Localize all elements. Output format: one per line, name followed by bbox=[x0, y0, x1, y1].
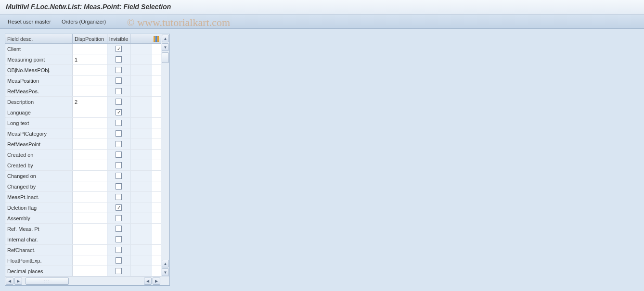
vscroll-track[interactable] bbox=[161, 51, 169, 259]
invisible-checkbox[interactable] bbox=[116, 109, 122, 115]
invisible-checkbox[interactable] bbox=[116, 236, 122, 242]
scroll-left-right-button[interactable]: ◀ bbox=[144, 278, 152, 285]
cell-field-desc[interactable]: Assembly bbox=[5, 213, 73, 223]
scroll-down-button[interactable]: ▼ bbox=[162, 43, 169, 51]
cell-field-desc[interactable]: Decimal places bbox=[5, 266, 73, 276]
invisible-checkbox[interactable] bbox=[116, 77, 122, 84]
disp-position-input[interactable] bbox=[75, 89, 105, 94]
orders-organizer-button[interactable]: Orders (Organizer) bbox=[60, 18, 108, 25]
disp-position-input[interactable] bbox=[75, 247, 105, 253]
invisible-checkbox[interactable] bbox=[116, 141, 122, 147]
table-row: MeasPosition bbox=[5, 76, 161, 86]
table-row: MeasPtCategory bbox=[5, 128, 161, 139]
invisible-checkbox[interactable] bbox=[116, 247, 122, 253]
cell-field-desc[interactable]: Deletion flag bbox=[5, 202, 73, 213]
col-header-disp-position[interactable]: DispPosition bbox=[73, 34, 107, 43]
disp-position-input[interactable] bbox=[75, 205, 105, 211]
col-header-invisible[interactable]: Invisible bbox=[107, 34, 130, 43]
cell-disp-position bbox=[73, 266, 107, 276]
cell-spacer bbox=[130, 245, 152, 255]
disp-position-input[interactable] bbox=[75, 131, 105, 137]
scroll-right-button[interactable]: ▶ bbox=[14, 278, 22, 285]
cell-field-desc[interactable]: Description bbox=[5, 97, 73, 107]
table-row: Changed by bbox=[5, 181, 161, 192]
invisible-checkbox[interactable] bbox=[116, 67, 122, 73]
cell-field-desc[interactable]: Language bbox=[5, 107, 73, 117]
cell-invisible bbox=[107, 202, 130, 213]
invisible-checkbox[interactable] bbox=[116, 56, 122, 63]
disp-position-input[interactable] bbox=[75, 194, 105, 200]
vscroll-thumb[interactable] bbox=[162, 52, 169, 63]
disp-position-input[interactable] bbox=[75, 215, 105, 221]
invisible-checkbox[interactable] bbox=[116, 120, 122, 126]
cell-field-desc[interactable]: FloatPointExp. bbox=[5, 255, 73, 266]
cell-field-desc[interactable]: Client bbox=[5, 44, 73, 54]
disp-position-input[interactable] bbox=[75, 226, 105, 232]
cell-field-desc[interactable]: Changed by bbox=[5, 181, 73, 191]
invisible-checkbox[interactable] bbox=[116, 88, 122, 94]
cell-field-desc[interactable]: RefCharact. bbox=[5, 245, 73, 255]
invisible-checkbox[interactable] bbox=[116, 215, 122, 221]
cell-spacer bbox=[130, 97, 152, 107]
disp-position-input[interactable] bbox=[75, 184, 105, 190]
invisible-checkbox[interactable] bbox=[116, 162, 122, 168]
cell-field-desc[interactable]: Created by bbox=[5, 160, 73, 170]
cell-field-desc[interactable]: Internal char. bbox=[5, 234, 73, 244]
disp-position-input[interactable] bbox=[75, 78, 105, 84]
invisible-checkbox[interactable] bbox=[116, 226, 122, 232]
hscroll-thumb[interactable]: ::: bbox=[26, 278, 69, 285]
cell-field-desc[interactable]: Created on bbox=[5, 150, 73, 160]
cell-field-desc[interactable]: OBjNo.MeasPObj. bbox=[5, 65, 73, 75]
invisible-checkbox[interactable] bbox=[116, 46, 122, 52]
cell-invisible bbox=[107, 234, 130, 244]
scroll-up-button[interactable]: ▲ bbox=[162, 35, 169, 42]
invisible-checkbox[interactable] bbox=[116, 204, 122, 211]
disp-position-input[interactable] bbox=[75, 46, 105, 52]
cell-disp-position bbox=[73, 97, 107, 107]
disp-position-input[interactable] bbox=[75, 120, 105, 126]
reset-user-master-button[interactable]: Reset user master bbox=[6, 18, 53, 25]
cell-field-desc[interactable]: RefMeasPos. bbox=[5, 86, 73, 96]
cell-field-desc[interactable]: MeasPt.inact. bbox=[5, 192, 73, 202]
cell-invisible bbox=[107, 107, 130, 117]
invisible-checkbox[interactable] bbox=[116, 152, 122, 158]
cell-field-desc[interactable]: MeasPtCategory bbox=[5, 128, 73, 139]
disp-position-input[interactable] bbox=[75, 110, 105, 115]
horizontal-scrollbar[interactable]: ◀ ▶ ::: ◀ ▶ bbox=[5, 277, 161, 285]
disp-position-input[interactable] bbox=[75, 268, 105, 274]
hscroll-track[interactable]: ::: bbox=[23, 277, 143, 285]
disp-position-input[interactable] bbox=[75, 163, 105, 168]
col-header-field-desc[interactable]: Field desc. bbox=[5, 34, 73, 43]
cell-invisible bbox=[107, 150, 130, 160]
scroll-left-button[interactable]: ◀ bbox=[6, 278, 13, 285]
vertical-scrollbar[interactable]: ▲ ▼ ▲ ▼ bbox=[161, 34, 169, 277]
scroll-up-bottom-button[interactable]: ▲ bbox=[162, 260, 169, 267]
invisible-checkbox[interactable] bbox=[116, 194, 122, 200]
cell-field-desc[interactable]: Changed on bbox=[5, 171, 73, 181]
cell-field-desc[interactable]: Measuring point bbox=[5, 54, 73, 64]
disp-position-input[interactable] bbox=[75, 258, 105, 264]
cell-invisible bbox=[107, 118, 130, 128]
disp-position-input[interactable] bbox=[75, 173, 105, 179]
cell-field-desc[interactable]: Ref. Meas. Pt bbox=[5, 224, 73, 234]
disp-position-input[interactable] bbox=[75, 99, 105, 105]
invisible-checkbox[interactable] bbox=[116, 130, 122, 137]
cell-field-desc[interactable]: RefMeasPoint bbox=[5, 139, 73, 149]
table-settings-button[interactable] bbox=[152, 36, 161, 42]
cell-field-desc[interactable]: Long text bbox=[5, 118, 73, 128]
invisible-checkbox[interactable] bbox=[116, 99, 122, 105]
disp-position-input[interactable] bbox=[75, 141, 105, 147]
disp-position-input[interactable] bbox=[75, 237, 105, 242]
scroll-down-bottom-button[interactable]: ▼ bbox=[162, 268, 169, 276]
cell-field-desc[interactable]: MeasPosition bbox=[5, 76, 73, 86]
cell-disp-position bbox=[73, 86, 107, 96]
scroll-right-right-button[interactable]: ▶ bbox=[153, 278, 160, 285]
disp-position-input[interactable] bbox=[75, 152, 105, 158]
disp-position-input[interactable] bbox=[75, 67, 105, 73]
disp-position-input[interactable] bbox=[75, 57, 105, 63]
invisible-checkbox[interactable] bbox=[116, 257, 122, 264]
invisible-checkbox[interactable] bbox=[116, 268, 122, 274]
invisible-checkbox[interactable] bbox=[116, 173, 122, 179]
cell-disp-position bbox=[73, 118, 107, 128]
invisible-checkbox[interactable] bbox=[116, 183, 122, 190]
